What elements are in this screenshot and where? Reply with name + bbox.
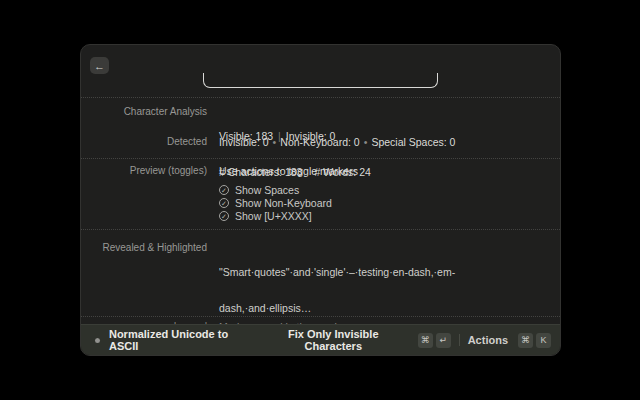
toggle-show-spaces[interactable]: ✓ Show Spaces xyxy=(219,184,299,196)
revealed-line: dash,·and·ellipsis… xyxy=(219,302,489,314)
text-input-bottom-edge[interactable] xyxy=(203,73,438,88)
section-divider xyxy=(81,97,560,98)
toggle-label: Show Spaces xyxy=(235,184,299,196)
detected-values: Invisible: 0•Non-Keyboard: 0•Special Spa… xyxy=(219,136,455,148)
bullet-separator: • xyxy=(269,136,281,148)
toggle-show-non-keyboard[interactable]: ✓ Show Non-Keyboard xyxy=(219,197,332,209)
checkbox-checked-icon[interactable]: ✓ xyxy=(219,211,229,221)
section-divider xyxy=(81,229,560,230)
action-bar: Normalized Unicode to ASCII Fix Only Inv… xyxy=(81,324,560,355)
revealed-highlighted-label: Revealed & Highlighted xyxy=(81,242,207,254)
return-key-icon: ↵ xyxy=(436,333,451,348)
detected-non-keyboard: Non-Keyboard: 0 xyxy=(280,136,359,148)
status-group: Normalized Unicode to ASCII xyxy=(90,328,259,352)
checkbox-checked-icon[interactable]: ✓ xyxy=(219,198,229,208)
bullet-separator: • xyxy=(360,136,372,148)
status-text: Normalized Unicode to ASCII xyxy=(109,328,259,352)
toggle-label: Show [U+XXXX] xyxy=(235,210,312,222)
primary-action-label: Fix Only Invisible Characters xyxy=(259,328,408,352)
command-key-icon: ⌘ xyxy=(518,333,533,348)
action-bar-right: Fix Only Invisible Characters ⌘ ↵ Action… xyxy=(259,328,551,352)
app-window: ← Character Analysis Visible: 183|Invisi… xyxy=(80,44,561,356)
preview-toggles-hint: Use actions to toggle markers xyxy=(219,165,358,177)
detected-invisible: Invisible: 0 xyxy=(219,136,269,148)
fix-only-invisible-characters-button[interactable]: Fix Only Invisible Characters ⌘ ↵ xyxy=(259,328,451,352)
toggle-show-unicode-codes[interactable]: ✓ Show [U+XXXX] xyxy=(219,210,312,222)
detected-label: Detected xyxy=(81,136,207,148)
preview-toggles-label: Preview (toggles) xyxy=(81,165,207,177)
revealed-line: "Smart·quotes"·and·'single'·–·testing·en… xyxy=(219,266,489,278)
command-key-icon: ⌘ xyxy=(418,333,433,348)
actions-menu-button[interactable]: Actions ⌘ K xyxy=(468,333,551,348)
actions-label: Actions xyxy=(468,334,508,346)
status-dot-icon xyxy=(95,338,100,343)
back-button[interactable]: ← xyxy=(90,57,109,74)
character-analysis-label: Character Analysis xyxy=(81,106,207,118)
back-arrow-icon: ← xyxy=(94,58,105,74)
checkbox-checked-icon[interactable]: ✓ xyxy=(219,185,229,195)
k-key-icon: K xyxy=(536,333,551,348)
action-bar-separator xyxy=(459,334,460,346)
toggle-label: Show Non-Keyboard xyxy=(235,197,332,209)
detected-special-spaces: Special Spaces: 0 xyxy=(371,136,455,148)
